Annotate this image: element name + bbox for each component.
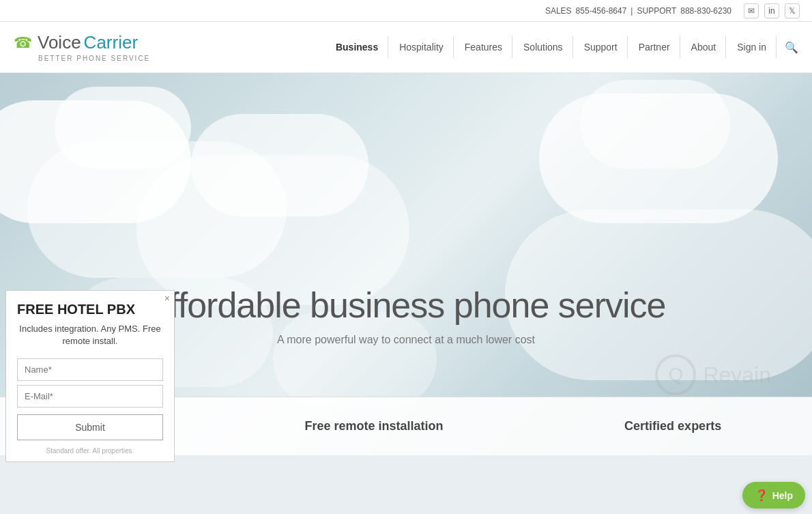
contact-bar: SALES 855-456-8647 | SUPPORT 888-830-623… (545, 6, 731, 16)
help-label: Help (772, 490, 793, 501)
popup-modal: × FREE HOTEL PBX Includes integration. A… (5, 290, 175, 462)
logo-icon: ☎ (14, 34, 32, 52)
nav-support[interactable]: Support (575, 36, 628, 58)
help-icon: ❓ (755, 489, 768, 502)
search-icon[interactable]: 🔍 (785, 41, 798, 54)
nav-features[interactable]: Features (455, 36, 512, 58)
support-label: SUPPORT (637, 6, 676, 16)
strip-item-3: Certified experts (624, 419, 721, 433)
email-icon[interactable]: ✉ (744, 3, 759, 18)
strip-item-2: Free remote installation (304, 419, 443, 433)
help-button[interactable]: ❓ Help (742, 482, 805, 509)
logo-voice: Voice (38, 32, 81, 53)
nav-hospitality[interactable]: Hospitality (390, 36, 454, 58)
sales-phone: 855-456-8647 (576, 6, 627, 16)
revain-text: Revain (703, 362, 771, 388)
nav-links: Business Hospitality Features Solutions … (326, 36, 798, 58)
cloud-7 (580, 80, 730, 169)
logo[interactable]: ☎ Voice Carrier BETTER PHONE SERVICE (14, 32, 150, 62)
top-bar: SALES 855-456-8647 | SUPPORT 888-830-623… (0, 0, 812, 22)
logo-tagline: BETTER PHONE SERVICE (38, 55, 150, 62)
twitter-icon[interactable]: 𝕏 (785, 3, 800, 18)
nav-business[interactable]: Business (326, 36, 388, 58)
nav-partner[interactable]: Partner (629, 36, 680, 58)
strip-title-2: Free remote installation (304, 419, 443, 433)
strip-title-3: Certified experts (624, 419, 721, 433)
nav-signin[interactable]: Sign in (727, 36, 777, 58)
popup-title: FREE HOTEL PBX (6, 291, 174, 320)
social-icons: ✉ in 𝕏 (744, 3, 800, 18)
linkedin-icon[interactable]: in (764, 3, 779, 18)
revain-icon: Q (655, 354, 696, 395)
nav-about[interactable]: About (682, 36, 727, 58)
support-phone: 888-830-6230 (680, 6, 731, 16)
logo-carrier: Carrier (84, 32, 138, 53)
main-nav: ☎ Voice Carrier BETTER PHONE SERVICE Bus… (0, 22, 812, 73)
sales-label: SALES (545, 6, 572, 16)
popup-submit-button[interactable]: Submit (17, 414, 163, 440)
popup-close-button[interactable]: × (164, 294, 170, 303)
nav-solutions[interactable]: Solutions (514, 36, 573, 58)
separator-1: | (630, 6, 633, 16)
popup-description: Includes integration. Any PMS. Free remo… (6, 320, 174, 354)
popup-email-input[interactable] (17, 385, 163, 408)
popup-name-input[interactable] (17, 358, 163, 381)
revain-watermark: Q Revain (655, 354, 771, 395)
popup-legal-text: Standard offer. All properties. (6, 447, 174, 461)
